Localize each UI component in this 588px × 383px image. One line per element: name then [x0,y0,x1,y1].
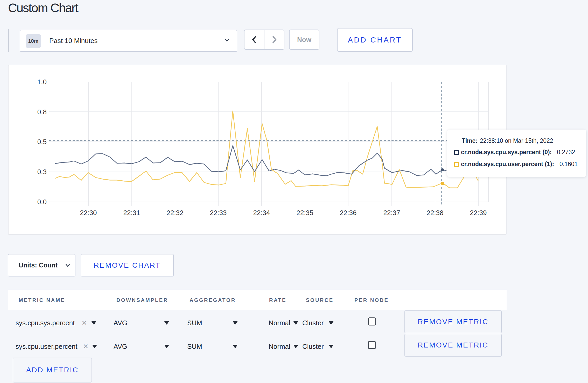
svg-text:0.0: 0.0 [37,198,47,206]
svg-text:0.8: 0.8 [37,108,47,116]
svg-text:22:33: 22:33 [210,209,227,217]
svg-text:22:35: 22:35 [296,209,313,217]
svg-text:22:31: 22:31 [123,209,140,217]
svg-text:22:39: 22:39 [470,209,487,217]
svg-text:22:38: 22:38 [426,209,443,217]
svg-text:22:37: 22:37 [383,209,400,217]
svg-text:22:34: 22:34 [253,209,270,217]
svg-text:0.5: 0.5 [37,138,47,146]
svg-text:22:32: 22:32 [166,209,183,217]
svg-text:1.0: 1.0 [37,78,47,86]
svg-text:22:36: 22:36 [340,209,356,217]
svg-text:0.3: 0.3 [37,168,47,176]
svg-text:22:30: 22:30 [80,209,97,217]
